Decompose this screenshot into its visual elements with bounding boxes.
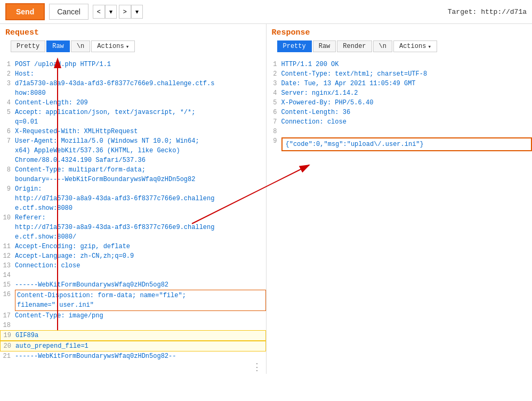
line-number: 8 — [0, 165, 15, 184]
line-text: HTTP/1.1 200 OK — [281, 60, 533, 69]
line-number: 10 — [0, 213, 15, 242]
line-text: GIF89a — [15, 331, 265, 340]
line-text: Content-Length: 36 — [281, 108, 533, 117]
response-code-area[interactable]: 1HTTP/1.1 200 OK2Content-Type: text/html… — [267, 58, 533, 374]
request-tab-actions[interactable]: Actions — [91, 40, 135, 52]
request-tab-n[interactable]: \n — [71, 40, 90, 52]
request-line: 20auto_prepend_file=1 — [0, 341, 266, 351]
response-line: 5X-Powered-By: PHP/5.6.40 — [267, 98, 533, 108]
line-text: Content-Disposition: form-data; name="fi… — [15, 290, 266, 311]
request-line: 2Host: — [0, 69, 266, 79]
request-line: 14 — [0, 271, 266, 280]
line-number: 12 — [0, 251, 15, 261]
panels-wrapper: Request Pretty Raw \n Actions 1POST /upl… — [0, 24, 532, 374]
context-menu-icon[interactable]: ⋮ — [252, 361, 262, 373]
response-line: 2Content-Type: text/html; charset=UTF-8 — [267, 69, 533, 79]
response-tab-actions[interactable]: Actions — [393, 40, 437, 52]
line-number: 7 — [0, 136, 15, 165]
response-panel: Response Pretty Raw Render \n Actions 1H… — [267, 24, 533, 374]
request-line: 16Content-Disposition: form-data; name="… — [0, 290, 266, 311]
line-text: d71a5730-a8a9-43da-afd3-6f8377c766e9.cha… — [15, 79, 266, 98]
send-button[interactable]: Send — [5, 3, 45, 20]
line-text: X-Powered-By: PHP/5.6.40 — [281, 98, 533, 108]
nav-fwd-dropdown[interactable]: ▾ — [131, 5, 143, 19]
line-text: Content-Length: 209 — [15, 98, 266, 108]
line-text: Host: — [15, 69, 266, 79]
line-number: 7 — [267, 117, 281, 127]
request-line: 18 — [0, 321, 266, 330]
line-text — [281, 127, 533, 136]
response-line: 3Date: Tue, 13 Apr 2021 11:05:49 GMT — [267, 79, 533, 88]
request-line: 17Content-Type: image/png — [0, 311, 266, 321]
line-text: User-Agent: Mozilla/5.0 (Windows NT 10.0… — [15, 136, 266, 165]
request-header: Request Pretty Raw \n Actions — [0, 24, 266, 58]
line-number: 9 — [267, 136, 281, 151]
request-line: 13Connection: close — [0, 261, 266, 271]
line-number: 2 — [267, 69, 281, 79]
toolbar: Send Cancel < ▾ > ▾ Target: http://d71a — [0, 0, 532, 24]
line-number: 1 — [267, 60, 281, 69]
line-number: 19 — [1, 331, 15, 340]
response-line: 6Content-Length: 36 — [267, 108, 533, 117]
request-tab-pretty[interactable]: Pretty — [11, 40, 45, 52]
response-title: Response — [272, 28, 527, 37]
line-number: 4 — [0, 98, 15, 108]
line-text: ------WebKitFormBoundarywsWfaq0zHDn5og82… — [15, 351, 266, 361]
line-text: {"code":0,"msg":"upload\/.user.ini"} — [281, 137, 533, 151]
nav-fwd-group: > ▾ — [119, 5, 143, 19]
request-panel: Request Pretty Raw \n Actions 1POST /upl… — [0, 24, 267, 374]
line-text: Referer: http://d71a5730-a8a9-43da-afd3-… — [15, 213, 266, 242]
line-text: Content-Type: image/png — [15, 311, 266, 321]
request-line: 7User-Agent: Mozilla/5.0 (Windows NT 10.… — [0, 136, 266, 165]
request-line: 21------WebKitFormBoundarywsWfaq0zHDn5og… — [0, 351, 266, 361]
response-tab-bar: Pretty Raw Render \n Actions — [272, 40, 527, 55]
request-line: 19GIF89a — [0, 330, 266, 341]
line-number: 6 — [0, 127, 15, 136]
request-line: 4Content-Length: 209 — [0, 98, 266, 108]
request-line: 12Accept-Language: zh-CN,zh;q=0.9 — [0, 251, 266, 261]
line-number: 5 — [267, 98, 281, 108]
response-line: 8 — [267, 127, 533, 136]
line-number: 11 — [0, 242, 15, 251]
line-number: 6 — [267, 108, 281, 117]
response-tab-pretty[interactable]: Pretty — [277, 40, 312, 52]
line-text: Accept: application/json, text/javascrip… — [15, 108, 266, 127]
line-text: POST /upload.php HTTP/1.1 — [15, 60, 266, 69]
request-tab-raw[interactable]: Raw — [46, 40, 70, 52]
line-text: Accept-Language: zh-CN,zh;q=0.9 — [15, 251, 266, 261]
nav-back-dropdown[interactable]: ▾ — [105, 5, 117, 19]
response-line: 7Connection: close — [267, 117, 533, 127]
request-title: Request — [5, 28, 261, 37]
nav-back-button[interactable]: < — [93, 5, 105, 19]
line-number: 20 — [1, 341, 15, 351]
line-text: X-Requested-With: XMLHttpRequest — [15, 127, 266, 136]
response-tab-render[interactable]: Render — [337, 40, 372, 52]
response-line: 4Server: nginx/1.14.2 — [267, 88, 533, 98]
line-number: 5 — [0, 108, 15, 127]
line-number: 15 — [0, 280, 15, 290]
line-number: 18 — [0, 321, 15, 330]
request-code-area[interactable]: 1POST /upload.php HTTP/1.12Host:3d71a573… — [0, 58, 266, 374]
nav-fwd-button[interactable]: > — [119, 5, 131, 19]
response-tab-n[interactable]: \n — [373, 40, 392, 52]
line-number: 3 — [267, 79, 281, 88]
line-text: Connection: close — [15, 261, 266, 271]
request-line: 10Referer: http://d71a5730-a8a9-43da-afd… — [0, 213, 266, 242]
line-text — [15, 271, 266, 280]
line-number: 9 — [0, 184, 15, 213]
request-line: 11Accept-Encoding: gzip, deflate — [0, 242, 266, 251]
response-header: Response Pretty Raw Render \n Actions — [267, 24, 533, 58]
response-tab-raw[interactable]: Raw — [313, 40, 336, 52]
request-line: 5Accept: application/json, text/javascri… — [0, 108, 266, 127]
line-number: 3 — [0, 79, 15, 98]
target-label: Target: http://d71a — [448, 8, 527, 16]
line-text: Accept-Encoding: gzip, deflate — [15, 242, 266, 251]
response-line: 1HTTP/1.1 200 OK — [267, 60, 533, 69]
cancel-button[interactable]: Cancel — [49, 4, 88, 20]
line-text: ------WebKitFormBoundarywsWfaq0zHDn5og82 — [15, 280, 266, 290]
request-line: 3d71a5730-a8a9-43da-afd3-6f8377c766e9.ch… — [0, 79, 266, 98]
line-text: Date: Tue, 13 Apr 2021 11:05:49 GMT — [281, 79, 533, 88]
request-line: 6X-Requested-With: XMLHttpRequest — [0, 127, 266, 136]
response-line: 9{"code":0,"msg":"upload\/.user.ini"} — [267, 136, 533, 151]
line-text: Origin: http://d71a5730-a8a9-43da-afd3-6… — [15, 184, 266, 213]
